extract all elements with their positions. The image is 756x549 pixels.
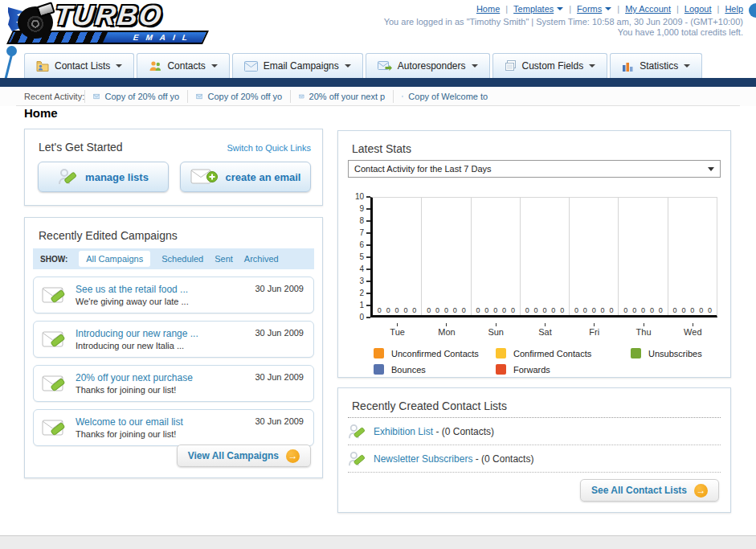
chart-body: 109876543210 000000000000000000000000000… [349,197,717,322]
contact-list-link[interactable]: Exhibition List [374,426,433,437]
chart-day-group: 00000 [668,198,717,315]
switch-to-quick-links-link[interactable]: Switch to Quick Links [227,143,311,153]
separator: | [569,4,571,14]
link-help-label: Help [725,4,743,14]
tab-email-campaigns[interactable]: Email Campaigns [232,53,363,78]
recent-activity-item[interactable]: Copy of 20% off yo [84,90,187,103]
link-logout[interactable]: Logout [684,4,712,14]
contact-list-link[interactable]: Newsletter Subscribers [374,453,472,465]
chart-y-tick-label: 2 [359,289,370,297]
tab-custom-fields[interactable]: Custom Fields [492,53,608,78]
link-logout-label: Logout [684,4,712,14]
chart-value-label: 0 [641,306,645,314]
link-forms[interactable]: Forms [577,4,611,14]
chart-value-label: 0 [551,306,555,314]
campaign-subtitle: We're giving away our late ... [76,297,189,306]
chart-value-label: 0 [623,306,627,314]
pages-icon [505,60,517,72]
person-pencil-icon [348,424,366,440]
link-help[interactable]: Help [725,4,743,14]
tab-label: Autoresponders [398,60,466,72]
chevron-down-icon [589,64,595,68]
chart-value-label: 0 [462,306,466,314]
campaign-date: 30 Jun 2009 [255,416,304,426]
recent-activity-bar: Recent Activity: Copy of 20% off yo Copy… [0,87,756,106]
tab-autoresponders[interactable]: Autoresponders [366,53,490,78]
chart-value-label: 0 [412,306,416,314]
link-my-account[interactable]: My Account [625,4,671,14]
envelope-pencil-icon [42,373,67,394]
campaign-title-link[interactable]: 20% off your next purchase [76,372,193,383]
legend-swatch [631,348,641,358]
chart-value-label: 0 [395,306,399,314]
filter-all-campaigns[interactable]: All Campaigns [79,251,150,267]
create-email-button[interactable]: create an email [180,162,311,192]
recent-activity-item[interactable]: Copy of 20% off yo [187,90,290,103]
envelope-pencil-icon [42,329,67,350]
logo-title: TURBO [53,0,165,31]
tab-label: Email Campaigns [264,60,339,72]
legend-item: Forwards [496,364,631,375]
legend-item: Unconfirmed Contacts [374,348,496,358]
nav-underline-bar [0,78,756,87]
campaign-title-link[interactable]: Welcome to our email list [76,416,183,428]
logo-subtitle: EMAIL [132,33,195,42]
chart-y-tick-label: 0 [359,313,370,322]
campaigns-panel: Recently Edited Campaigns SHOW: All Camp… [24,217,323,478]
chart-value-label: 0 [502,306,506,314]
link-templates[interactable]: Templates [513,4,563,14]
tab-statistics[interactable]: Statistics [610,53,702,78]
filter-scheduled[interactable]: Scheduled [161,254,203,264]
stats-period-select[interactable]: Contact Activity for the Last 7 Days [348,160,721,178]
chevron-down-icon [345,64,351,68]
link-home[interactable]: Home [476,4,500,14]
view-all-campaigns-button[interactable]: View All Campaigns → [177,445,311,467]
chart-value-label: 0 [444,306,448,314]
chart-value-label: 0 [690,306,694,314]
recent-activity-item[interactable]: 20% off your next p [290,90,393,103]
see-all-contact-lists-button[interactable]: See All Contact Lists → [580,479,719,502]
chart-y-tick-label: 3 [359,277,370,285]
tab-contact-lists[interactable]: Contact Lists [24,53,134,78]
envelope-icon [244,61,258,72]
help-bubble-icon[interactable] [749,3,756,18]
get-started-panel: Let's Get Started Switch to Quick Links … [24,129,323,206]
page-title: Home [24,106,58,120]
separator: | [505,4,508,14]
campaign-title-link[interactable]: Introducing our new range ... [76,328,198,339]
chart-day-group: 00000 [422,198,471,315]
get-started-title: Let's Get Started [39,141,123,154]
campaign-title-link[interactable]: See us at the retail food ... [76,284,189,295]
chart-y-tick-label: 6 [359,241,370,249]
chart-value-label: 0 [574,306,578,314]
chart-value-label: 0 [403,306,407,314]
contact-list-text: Exhibition List - (0 Contacts) [374,426,494,437]
chart-day-group: 00000 [521,198,570,315]
tab-label: Contacts [167,60,205,72]
campaign-row: 20% off your next purchase Thanks for jo… [33,365,314,402]
recent-activity-item[interactable]: Copy of Welcome to [393,90,496,103]
filter-sent[interactable]: Sent [215,254,233,264]
chart-value-label: 0 [560,306,564,314]
contact-lists-panel: Recently Created Contact Lists Exhibitio… [337,387,731,513]
manage-lists-button[interactable]: manage lists [38,162,169,192]
see-all-contact-lists-label: See All Contact Lists [591,485,687,496]
tab-contacts[interactable]: Contacts [137,53,229,78]
campaign-date: 30 Jun 2009 [255,372,304,382]
legend-swatch [374,364,384,375]
chevron-down-icon [211,64,218,68]
filter-archived[interactable]: Archived [244,254,279,264]
chevron-down-icon [605,7,611,10]
campaigns-title: Recently Edited Campaigns [39,229,178,242]
chart-value-label: 0 [493,306,497,314]
chart-day-group: 00000 [570,198,619,315]
chart-value-label: 0 [378,306,382,314]
contact-list-row: Exhibition List - (0 Contacts) [348,418,721,445]
chevron-down-icon [557,7,563,10]
person-pencil-icon [58,168,77,186]
chart-value-label: 0 [386,306,390,314]
chart-y-axis: 109876543210 [349,193,370,322]
arrow-right-icon: → [286,449,300,463]
contact-activity-chart: 109876543210 000000000000000000000000000… [349,197,717,375]
chart-value-label: 0 [534,306,538,314]
